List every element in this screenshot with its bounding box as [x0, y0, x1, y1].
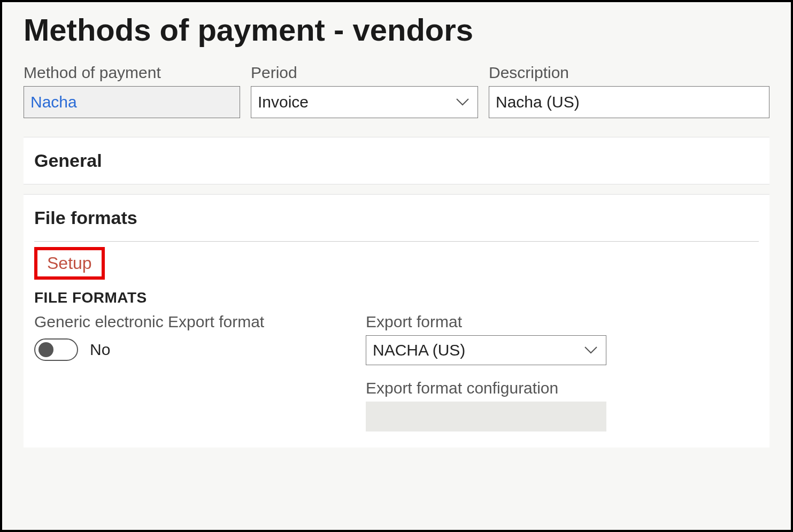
- description-group: Description: [489, 64, 769, 118]
- file-formats-right-col: Export format Export format configuratio…: [366, 313, 606, 431]
- setup-link-highlight: Setup: [34, 247, 105, 280]
- period-label: Period: [251, 64, 478, 82]
- file-formats-content: Setup FILE FORMATS Generic electronic Ex…: [24, 241, 769, 448]
- generic-export-value: No: [90, 341, 110, 359]
- toggle-knob: [39, 342, 53, 357]
- file-formats-section-label: FILE FORMATS: [34, 289, 759, 306]
- export-format-label: Export format: [366, 313, 606, 331]
- description-label: Description: [489, 64, 769, 82]
- export-format-config-input: [366, 402, 606, 431]
- file-formats-left-col: Generic electronic Export format No: [34, 313, 334, 431]
- generic-export-label: Generic electronic Export format: [34, 313, 334, 331]
- generic-export-toggle[interactable]: [34, 338, 78, 361]
- setup-link[interactable]: Setup: [47, 253, 92, 273]
- period-select[interactable]: [251, 86, 478, 118]
- general-fasttab-header[interactable]: General: [24, 137, 769, 184]
- export-format-select-wrap: [366, 335, 606, 365]
- app-window: Methods of payment - vendors Method of p…: [0, 0, 793, 532]
- generic-export-toggle-row: No: [34, 338, 334, 361]
- method-of-payment-group: Method of payment: [24, 64, 240, 118]
- method-of-payment-input[interactable]: [24, 86, 240, 118]
- header-field-row: Method of payment Period Description: [2, 64, 791, 137]
- general-fasttab: General: [24, 137, 769, 184]
- period-select-wrap: [251, 86, 478, 118]
- file-formats-columns: Generic electronic Export format No Expo…: [34, 313, 759, 431]
- file-formats-fasttab-header[interactable]: File formats: [24, 195, 769, 241]
- file-formats-fasttab: File formats Setup FILE FORMATS Generic …: [24, 194, 769, 448]
- method-of-payment-label: Method of payment: [24, 64, 240, 82]
- divider: [34, 241, 759, 242]
- description-input[interactable]: [489, 86, 769, 118]
- export-format-select[interactable]: [366, 335, 606, 365]
- export-format-config-label: Export format configuration: [366, 379, 606, 397]
- period-group: Period: [251, 64, 478, 118]
- page-title: Methods of payment - vendors: [2, 2, 791, 64]
